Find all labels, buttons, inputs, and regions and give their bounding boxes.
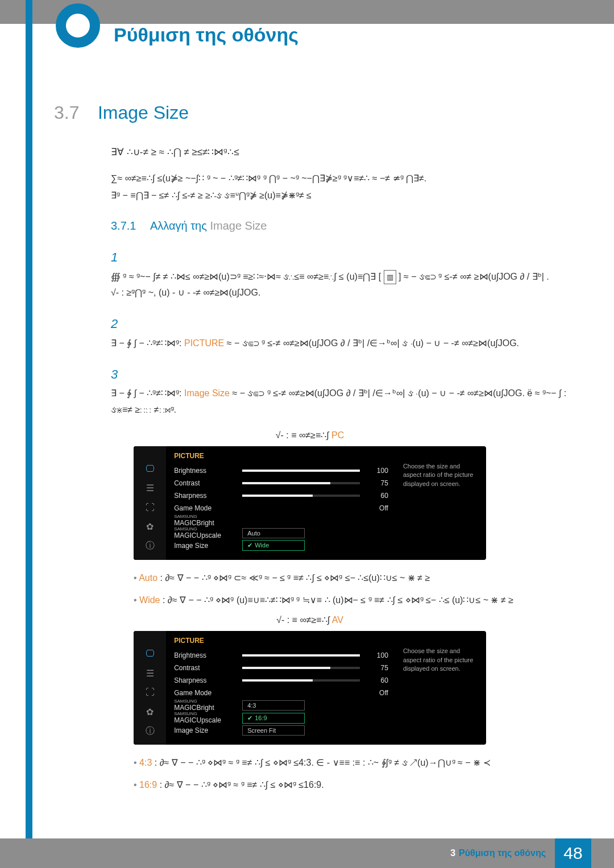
section-number: 3.7 bbox=[54, 102, 79, 123]
imagesize-label: Image Size bbox=[174, 542, 242, 550]
av-mode-key: AV bbox=[332, 615, 343, 625]
check-icon: ✔ bbox=[247, 715, 252, 721]
page-title: Ρύθμιση της οθόνης bbox=[114, 24, 298, 46]
osd-panel-pc: 🖵 ☰ ⛶ ✿ ⓘ PICTURE Brightness100 Contrast… bbox=[134, 446, 486, 560]
footer-bar: 3 Ρύθμιση της οθόνης 48 bbox=[0, 838, 614, 868]
osd-sidebar: 🖵 ☰ ⛶ ✿ ⓘ bbox=[134, 446, 166, 560]
option-169-selected[interactable]: ✔16:9 bbox=[242, 713, 305, 724]
footer-breadcrumb: Ρύθμιση της οθόνης bbox=[459, 848, 546, 858]
step-1-text-a: ∰ ᵍ ≈ ᵍ~− ∫≠ ≠ ∴⋈≤ ∞≠≥⋈(u)⊃ᵍ ≡≥∷≈⋅⋈≈ ઙ∴≤… bbox=[111, 272, 381, 281]
subsection-title-a: Αλλαγή της bbox=[150, 219, 210, 232]
magic-bright-label: SAMSUNGMAGICBright bbox=[174, 514, 242, 527]
magic-bright-label-av: SAMSUNGMAGICBright bbox=[174, 699, 242, 712]
contrast-value-av: 75 bbox=[366, 664, 388, 672]
sharpness-slider-av[interactable] bbox=[242, 679, 360, 682]
footer-chapter-number: 3 bbox=[450, 848, 455, 858]
brightness-value-av: 100 bbox=[366, 651, 388, 659]
list-icon[interactable]: ☰ bbox=[144, 667, 156, 679]
magic-upscale-label: SAMSUNGMAGICUpscale bbox=[174, 527, 242, 539]
step-1-number: 1 bbox=[111, 246, 131, 269]
brand-circle-icon bbox=[56, 3, 100, 48]
step-3: 3 ∃ − ∳ ∫ − ∴ᵍ≠∷⋈ᵍ: Image Size ≈ − ઙ⋐⊃ ᵍ… bbox=[111, 363, 566, 418]
gamemode-label: Game Mode bbox=[174, 504, 242, 512]
note-line-1: ∑≈ ∞≠≥≡∴∫ ≤(u⋡≥ ~−∫∷ ᵍ ~ − ∴ᵍ≠∷⋈ᵍ ᵍ ⋂ᵍ −… bbox=[111, 172, 566, 185]
magic-upscale-label-av: SAMSUNGMAGICUpscale bbox=[174, 712, 242, 724]
menu-icon: ▥ bbox=[384, 270, 396, 284]
step-3-text-a: ∃ − ∳ ∫ − ∴ᵍ≠∷⋈ᵍ: bbox=[111, 388, 184, 398]
step-2-text-a: ∃ − ∳ ∫ − ∴ᵍ≠∷⋈ᵍ: bbox=[111, 338, 184, 348]
note-box: ∑≈ ∞≠≥≡∴∫ ≤(u⋡≥ ~−∫∷ ᵍ ~ − ∴ᵍ≠∷⋈ᵍ ᵍ ⋂ᵍ −… bbox=[111, 172, 566, 202]
step-3-keyword: Image Size bbox=[184, 388, 230, 398]
gamemode-label-av: Game Mode bbox=[174, 689, 242, 697]
sharpness-value: 60 bbox=[366, 492, 388, 500]
intro-text: ∃∀ ∴∪-≠ ≥ ≈ ∴⋂ ≠ ≥≤≠∷⋈ᵍ∴≤ bbox=[111, 146, 566, 158]
contrast-label: Contrast bbox=[174, 479, 242, 487]
osd-sidebar-av: 🖵 ☰ ⛶ ✿ ⓘ bbox=[134, 631, 166, 745]
osd-title-av: PICTURE bbox=[174, 637, 388, 645]
sharpness-slider[interactable] bbox=[242, 495, 360, 497]
section-title: Image Size bbox=[98, 102, 189, 123]
pc-mode-label: √- : ≡ ∞≠≥≡∴∫ bbox=[276, 430, 331, 440]
contrast-slider[interactable] bbox=[242, 482, 360, 484]
gamemode-value-av: Off bbox=[366, 689, 388, 697]
step-2: 2 ∃ − ∳ ∫ − ∴ᵍ≠∷⋈ᵍ: PICTURE ≈ − ઙ⋐⊃ ᵍ ≤-… bbox=[111, 313, 566, 351]
bullet-auto: Auto : ∂≈ ∇ − − ∴ᵍ ⋄⋈ᵍ ⊂≈ ≪ᵍ ≈ − ≤ ᵍ ≡≠ … bbox=[134, 570, 566, 585]
list-icon[interactable]: ☰ bbox=[144, 483, 156, 494]
osd-panel-av: 🖵 ☰ ⛶ ✿ ⓘ PICTURE Brightness100 Contrast… bbox=[134, 631, 486, 745]
info-icon[interactable]: ⓘ bbox=[144, 541, 156, 552]
step-3-number: 3 bbox=[111, 363, 131, 386]
sharpness-value-av: 60 bbox=[366, 676, 388, 684]
option-screenfit[interactable]: Screen Fit bbox=[242, 725, 305, 736]
bullet-43: 4:3 : ∂≈ ∇ − − ∴ᵍ ⋄⋈ᵍ ≈ ᵍ ≡≠ ∴∫ ≤ ⋄⋈ᵍ ≤4… bbox=[134, 755, 566, 770]
osd-title: PICTURE bbox=[174, 452, 388, 460]
info-icon[interactable]: ⓘ bbox=[144, 725, 156, 737]
brightness-label-av: Brightness bbox=[174, 651, 242, 659]
brightness-label: Brightness bbox=[174, 467, 242, 475]
step-1-sub: √- : ≥ᵍ⋂ᵍ ~, (u) - ∪ - -≠ ∞≠≥⋈(u∫JOG. bbox=[111, 288, 260, 297]
subsection-number: 3.7.1 bbox=[111, 219, 136, 232]
av-mode-label: √- : ≡ ∞≠≥≡∴∫ bbox=[276, 615, 331, 625]
note-line-2: ∃ᵍ − ≡⋂∃ − ≤≠ ∴∫ ≤-≠ ≥ ≥∴ઙ ઙ≡ᵘ⋂ᵍ⋡ ≥(u)≡⋡… bbox=[111, 189, 566, 202]
step-1: 1 ∰ ᵍ ≈ ᵍ~− ∫≠ ≠ ∴⋈≤ ∞≠≥⋈(u)⊃ᵍ ≡≥∷≈⋅⋈≈ ઙ… bbox=[111, 246, 566, 301]
monitor-icon[interactable]: 🖵 bbox=[144, 648, 156, 659]
imagesize-label-av: Image Size bbox=[174, 726, 242, 734]
brand-stripe bbox=[26, 0, 32, 838]
osd-tooltip: Choose the size and aspect ratio of the … bbox=[396, 446, 486, 560]
brightness-value: 100 bbox=[366, 467, 388, 475]
sharpness-label: Sharpness bbox=[174, 492, 242, 500]
pc-mode-key: PC bbox=[331, 430, 344, 440]
brightness-slider[interactable] bbox=[242, 470, 360, 472]
gear-icon[interactable]: ✿ bbox=[144, 706, 156, 717]
step-2-text-b: ≈ − ઙ⋐⊃ ᵍ ≤-≠ ∞≠≥⋈(u∫JOG ∂ / ∃ᵇ| /∈→ᵇ∞| … bbox=[227, 338, 519, 348]
step-1-text-b: ] ≈ − ઙ⋐⊃ ᵍ ≤-≠ ∞≠ ≥⋈(u∫JOG ∂ / ∃ᵇ| . bbox=[399, 272, 549, 281]
option-auto[interactable]: Auto bbox=[242, 528, 305, 538]
page-number-badge: 48 bbox=[555, 838, 591, 868]
gear-icon[interactable]: ✿ bbox=[144, 521, 156, 533]
gamemode-value: Off bbox=[366, 504, 388, 512]
contrast-slider-av[interactable] bbox=[242, 667, 360, 669]
sharpness-label-av: Sharpness bbox=[174, 676, 242, 684]
expand-icon[interactable]: ⛶ bbox=[144, 687, 156, 698]
check-icon: ✔ bbox=[247, 542, 252, 549]
brightness-slider-av[interactable] bbox=[242, 654, 360, 657]
contrast-label-av: Contrast bbox=[174, 664, 242, 672]
expand-icon[interactable]: ⛶ bbox=[144, 502, 156, 513]
subsection-title-b: Image Size bbox=[210, 219, 267, 232]
step-2-keyword: PICTURE bbox=[184, 338, 224, 348]
osd-tooltip-av: Choose the size and aspect ratio of the … bbox=[396, 631, 486, 745]
option-43[interactable]: 4:3 bbox=[242, 700, 305, 711]
bullet-169: 16:9 : ∂≈ ∇ − − ∴ᵍ ⋄⋈ᵍ ≈ ᵍ ≡≠ ∴∫ ≤ ⋄⋈ᵍ ≤… bbox=[134, 777, 566, 792]
option-wide-selected[interactable]: ✔Wide bbox=[242, 540, 305, 551]
step-2-number: 2 bbox=[111, 313, 131, 335]
contrast-value: 75 bbox=[366, 479, 388, 487]
monitor-icon[interactable]: 🖵 bbox=[144, 463, 156, 475]
bullet-wide: Wide : ∂≈ ∇ − − ∴ᵍ ⋄⋈ᵍ (u)≡∪≡∴≠∷⋈ᵍ ᵍ ≒∨≡… bbox=[134, 592, 566, 608]
